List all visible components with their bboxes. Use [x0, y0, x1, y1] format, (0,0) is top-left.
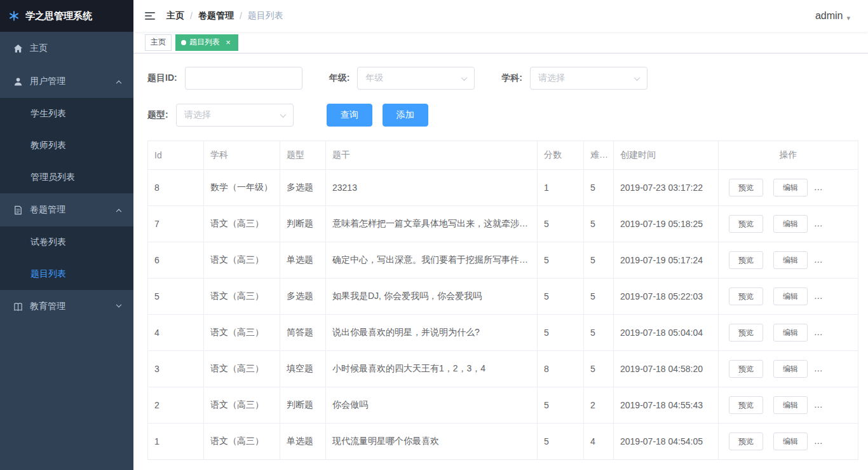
preview-button[interactable]: 预览 [729, 396, 763, 414]
user-dropdown[interactable]: admin ▾ [815, 10, 858, 22]
submenu-user-management: 学生列表 教师列表 管理员列表 [0, 98, 133, 193]
cell-score: 5 [538, 387, 584, 424]
user-icon [13, 76, 23, 86]
filter-grade: 年级: 年级 [329, 67, 475, 90]
cell-type: 多选题 [280, 279, 326, 315]
grade-label: 年级: [329, 73, 350, 84]
cell-difficulty: 5 [584, 170, 614, 206]
preview-button[interactable]: 预览 [729, 432, 763, 450]
delete-button[interactable]: 删除 [818, 432, 852, 450]
preview-button[interactable]: 预览 [729, 215, 763, 233]
sidebar-item-student-list[interactable]: 学生列表 [0, 98, 133, 130]
sidebar-item-education-management[interactable]: 教育管理 [0, 290, 133, 323]
search-button[interactable]: 查询 [327, 104, 372, 127]
tab-question-list[interactable]: 题目列表 × [175, 34, 238, 51]
table-header-row: Id 学科 题型 题干 分数 难度 创建时间 操作 [148, 141, 858, 170]
preview-button[interactable]: 预览 [729, 324, 763, 342]
cell-id: 7 [148, 206, 204, 242]
cell-score: 5 [538, 242, 584, 279]
filter-row-2: 题型: 请选择 查询 添加 [147, 104, 858, 127]
cell-stem: 如果我是DJ, 你会爱我吗，你会爱我吗 [326, 279, 538, 315]
grade-select[interactable]: 年级 [357, 67, 475, 90]
delete-button[interactable]: 删除 [818, 287, 852, 305]
delete-button[interactable]: 删除 [818, 179, 852, 197]
cell-created: 2019-07-18 04:58:20 [614, 351, 719, 387]
cell-created: 2019-07-23 03:17:22 [614, 170, 719, 206]
logo: 学之思管理系统 [0, 0, 133, 32]
cell-id: 2 [148, 387, 204, 424]
cell-actions: 预览 编辑 删除 [719, 424, 858, 460]
breadcrumb: 主页 / 卷题管理 / 题目列表 [166, 10, 283, 22]
submenu-paper-management: 试卷列表 题目列表 [0, 226, 133, 290]
preview-button[interactable]: 预览 [729, 287, 763, 305]
cell-created: 2019-07-18 05:22:03 [614, 279, 719, 315]
sidebar-item-teacher-list[interactable]: 教师列表 [0, 130, 133, 162]
cell-stem: 23213 [326, 170, 538, 206]
sidebar-item-exam-list[interactable]: 试卷列表 [0, 226, 133, 258]
cell-difficulty: 5 [584, 206, 614, 242]
delete-button[interactable]: 删除 [818, 324, 852, 342]
sidebar-item-home[interactable]: 主页 [0, 32, 133, 65]
cell-subject: 语文（高三） [204, 315, 280, 351]
cell-difficulty: 5 [584, 315, 614, 351]
question-id-input[interactable] [185, 67, 302, 90]
preview-button[interactable]: 预览 [729, 251, 763, 269]
edit-button[interactable]: 编辑 [773, 324, 808, 342]
question-type-select[interactable]: 请选择 [176, 104, 294, 127]
preview-button[interactable]: 预览 [729, 179, 763, 197]
hamburger-icon[interactable] [144, 10, 156, 22]
delete-button[interactable]: 删除 [818, 360, 852, 378]
delete-button[interactable]: 删除 [818, 215, 852, 233]
sidebar-item-admin-list[interactable]: 管理员列表 [0, 162, 133, 193]
chevron-up-icon [116, 209, 121, 214]
breadcrumb-home[interactable]: 主页 [166, 10, 184, 22]
question-id-label: 题目ID: [147, 73, 177, 84]
cell-actions: 预览 编辑 删除 [719, 351, 858, 387]
breadcrumb-paper-management[interactable]: 卷题管理 [198, 10, 234, 22]
cell-difficulty: 2 [584, 387, 614, 424]
cell-subject: 语文（高三） [204, 424, 280, 460]
subject-select[interactable]: 请选择 [530, 67, 648, 90]
cell-created: 2019-07-18 04:55:43 [614, 387, 719, 424]
edit-button[interactable]: 编辑 [773, 215, 808, 233]
tab-home[interactable]: 主页 [145, 34, 172, 51]
cell-difficulty: 4 [584, 424, 614, 460]
cell-stem: 你会做吗 [326, 387, 538, 424]
cell-created: 2019-07-19 05:17:24 [614, 242, 719, 279]
edit-button[interactable]: 编辑 [773, 179, 808, 197]
app-title: 学之思管理系统 [25, 10, 92, 22]
app-logo-icon [9, 11, 19, 21]
cell-subject: 语文（高三） [204, 279, 280, 315]
delete-button[interactable]: 删除 [818, 251, 852, 269]
edit-button[interactable]: 编辑 [773, 396, 808, 414]
cell-subject: 语文（高三） [204, 351, 280, 387]
edit-button[interactable]: 编辑 [773, 287, 808, 305]
add-button[interactable]: 添加 [383, 104, 428, 127]
preview-button[interactable]: 预览 [729, 360, 763, 378]
cell-id: 5 [148, 279, 204, 315]
question-table: Id 学科 题型 题干 分数 难度 创建时间 操作 8 数学（一年级） 多选题 … [147, 141, 858, 460]
edit-button[interactable]: 编辑 [773, 251, 808, 269]
main-area: 主页 / 卷题管理 / 题目列表 admin ▾ 主页 题目列表 × [133, 0, 868, 470]
sidebar-item-paper-management[interactable]: 卷题管理 [0, 193, 133, 226]
cell-subject: 语文（高三） [204, 387, 280, 424]
cell-type: 判断题 [280, 387, 326, 424]
cell-actions: 预览 编辑 删除 [719, 279, 858, 315]
cell-id: 1 [148, 424, 204, 460]
close-icon[interactable]: × [224, 38, 233, 47]
edit-button[interactable]: 编辑 [773, 360, 808, 378]
sidebar-item-question-list[interactable]: 题目列表 [0, 258, 133, 290]
edit-button[interactable]: 编辑 [773, 432, 808, 450]
cell-created: 2019-07-18 04:54:05 [614, 424, 719, 460]
sidebar-item-user-management[interactable]: 用户管理 [0, 65, 133, 98]
question-table-body: 8 数学（一年级） 多选题 23213 1 5 2019-07-23 03:17… [148, 170, 858, 460]
sidebar-item-label: 用户管理 [30, 76, 65, 87]
exam-paper-icon [13, 205, 23, 215]
table-row: 3 语文（高三） 填空题 小时候最喜欢的四大天王有1，2，3，4 8 5 201… [148, 351, 858, 387]
cell-actions: 预览 编辑 删除 [719, 315, 858, 351]
breadcrumb-separator: / [240, 11, 242, 21]
delete-button[interactable]: 删除 [818, 396, 852, 414]
top-navbar: 主页 / 卷题管理 / 题目列表 admin ▾ [133, 0, 868, 32]
caret-down-icon: ▾ [846, 14, 850, 22]
table-row: 1 语文（高三） 单选题 现代流量明星哪个你最喜欢 5 4 2019-07-18… [148, 424, 858, 460]
